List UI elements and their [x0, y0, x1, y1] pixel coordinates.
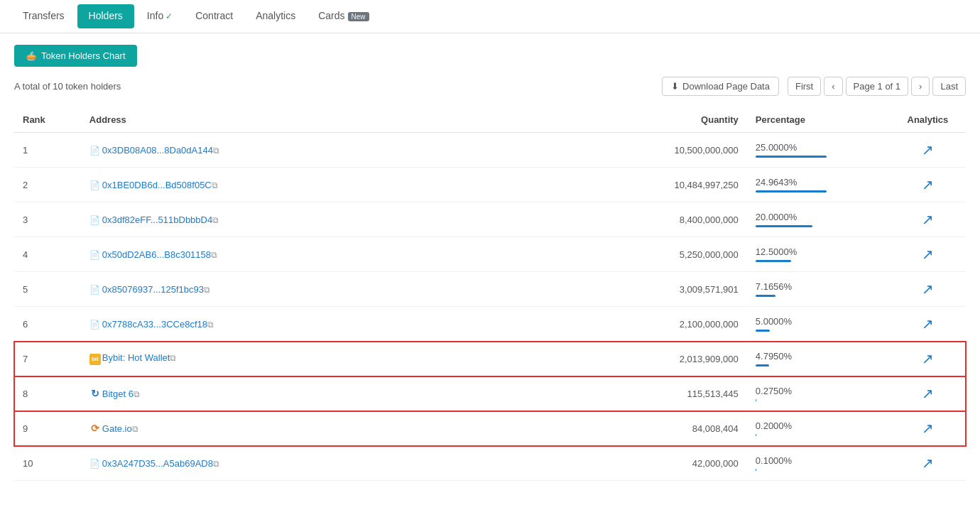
copy-icon[interactable]: ⧉ [132, 424, 138, 434]
analytics-chart-icon[interactable]: ↗ [922, 142, 934, 158]
analytics-cell: ↗ [890, 237, 966, 272]
copy-icon[interactable]: ⧉ [213, 146, 219, 156]
analytics-cell: ↗ [890, 202, 966, 237]
document-icon: 📄 [89, 180, 100, 190]
copy-icon[interactable]: ⧉ [211, 250, 217, 260]
percentage-cell: 0.2000% [747, 411, 890, 446]
copy-icon[interactable]: ⧉ [134, 389, 140, 399]
rank-cell: 8 [14, 376, 81, 411]
address-link[interactable]: 0x3A247D35...A5ab69AD8 [102, 458, 213, 469]
percentage-bar [756, 295, 776, 297]
address-cell: 📄0x3df82eFF...511bDbbbD4⧉ [81, 202, 604, 237]
tab-contract[interactable]: Contract [184, 0, 244, 33]
new-badge: New [348, 12, 369, 21]
tab-transfers[interactable]: Transfers [11, 0, 76, 33]
percentage-text: 5.0000% [756, 316, 881, 327]
rank-cell: 3 [14, 202, 81, 237]
address-cell: 📄0x7788cA33...3CCe8cf18⧉ [81, 307, 604, 342]
rank-header: Rank [14, 107, 81, 133]
address-header: Address [81, 107, 604, 133]
quantity-cell: 3,009,571,901 [604, 272, 747, 307]
address-link[interactable]: Bybit: Hot Wallet [102, 352, 170, 363]
quantity-cell: 10,500,000,000 [604, 133, 747, 168]
copy-icon[interactable]: ⧉ [212, 180, 218, 190]
table-row: 3📄0x3df82eFF...511bDbbbD4⧉8,400,000,0002… [14, 202, 966, 237]
copy-icon[interactable]: ⧉ [204, 285, 210, 295]
prev-button[interactable]: ‹ [824, 77, 842, 96]
chart-icon: 🥧 [26, 50, 37, 61]
holders-table: Rank Address Quantity Percentage Analyti… [14, 107, 966, 481]
quantity-cell: 2,100,000,000 [604, 307, 747, 342]
table-row: 6📄0x7788cA33...3CCe8cf18⧉2,100,000,0005.… [14, 307, 966, 342]
copy-icon[interactable]: ⧉ [212, 215, 219, 225]
analytics-chart-icon[interactable]: ↗ [922, 386, 934, 401]
quantity-cell: 42,000,000 [604, 446, 747, 481]
tab-analytics[interactable]: Analytics [244, 0, 307, 33]
analytics-cell: ↗ [890, 376, 966, 411]
table-row: 7bitBybit: Hot Wallet⧉2,013,909,0004.795… [14, 342, 966, 376]
address-link[interactable]: 0x7788cA33...3CCe8cf18 [102, 319, 207, 330]
tab-info[interactable]: Info✓ [136, 0, 184, 33]
address-link[interactable]: Gate.io [102, 423, 132, 434]
analytics-chart-icon[interactable]: ↗ [922, 351, 934, 366]
percentage-cell: 5.0000% [747, 307, 890, 342]
table-row: 5📄0x85076937...125f1bc93⧉3,009,571,9017.… [14, 272, 966, 307]
document-icon: 📄 [89, 459, 100, 469]
download-button[interactable]: ⬇ Download Page Data [662, 77, 779, 96]
next-button[interactable]: › [911, 77, 930, 96]
bybit-icon: bit [89, 354, 101, 365]
percentage-text: 4.7950% [756, 351, 881, 362]
tab-holders[interactable]: Holders [77, 4, 134, 28]
analytics-cell: ↗ [890, 307, 966, 342]
address-link[interactable]: 0x1BE0DB6d...Bd508f05C [102, 180, 212, 190]
copy-icon[interactable]: ⧉ [207, 320, 214, 330]
rank-cell: 6 [14, 307, 81, 342]
analytics-chart-icon[interactable]: ↗ [922, 177, 934, 192]
percentage-cell: 24.9643% [747, 168, 890, 202]
address-link[interactable]: 0x85076937...125f1bc93 [102, 284, 204, 295]
table-row: 2📄0x1BE0DB6d...Bd508f05C⧉10,484,997,2502… [14, 168, 966, 202]
analytics-cell: ↗ [890, 342, 966, 376]
address-link[interactable]: 0x3DB08A08...8Da0dA144 [102, 145, 213, 156]
percentage-cell: 20.0000% [747, 202, 890, 237]
percentage-text: 0.1000% [756, 455, 881, 466]
address-cell: 📄0x1BE0DB6d...Bd508f05C⧉ [81, 168, 604, 202]
table-row: 1📄0x3DB08A08...8Da0dA144⧉10,500,000,0002… [14, 133, 966, 168]
bitget-icon: ↻ [89, 388, 101, 399]
token-holders-chart-button[interactable]: 🥧 Token Holders Chart [14, 45, 137, 67]
address-link[interactable]: 0x3df82eFF...511bDbbbD4 [102, 215, 212, 225]
analytics-chart-icon[interactable]: ↗ [922, 281, 934, 297]
first-button[interactable]: First [788, 77, 821, 96]
quantity-cell: 5,250,000,000 [604, 237, 747, 272]
rank-cell: 4 [14, 237, 81, 272]
address-link[interactable]: Bitget 6 [102, 389, 134, 399]
address-cell: 📄0x50dD2AB6...B8c301158⧉ [81, 237, 604, 272]
document-icon: 📄 [89, 285, 100, 295]
rank-cell: 9 [14, 411, 81, 446]
percentage-bar [756, 156, 827, 158]
percentage-cell: 25.0000% [747, 133, 890, 168]
quantity-cell: 8,400,000,000 [604, 202, 747, 237]
address-link[interactable]: 0x50dD2AB6...B8c301158 [102, 249, 211, 260]
tab-bar: TransfersHoldersInfo✓ContractAnalyticsCa… [0, 0, 980, 33]
analytics-chart-icon[interactable]: ↗ [922, 246, 934, 262]
percentage-cell: 7.1656% [747, 272, 890, 307]
last-button[interactable]: Last [932, 77, 966, 96]
copy-icon[interactable]: ⧉ [170, 353, 176, 363]
analytics-chart-icon[interactable]: ↗ [922, 420, 934, 436]
summary-text: A total of 10 token holders [14, 81, 121, 92]
percentage-bar [756, 434, 756, 436]
analytics-cell: ↗ [890, 133, 966, 168]
address-cell: 📄0x3DB08A08...8Da0dA144⧉ [81, 133, 604, 168]
page-info: Page 1 of 1 [846, 77, 909, 96]
analytics-chart-icon[interactable]: ↗ [922, 316, 934, 332]
table-row: 10📄0x3A247D35...A5ab69AD8⧉42,000,0000.10… [14, 446, 966, 481]
copy-icon[interactable]: ⧉ [213, 459, 219, 469]
analytics-chart-icon[interactable]: ↗ [922, 455, 934, 471]
analytics-chart-icon[interactable]: ↗ [922, 212, 934, 227]
percentage-cell: 0.1000% [747, 446, 890, 481]
rank-cell: 2 [14, 168, 81, 202]
pagination: ⬇ Download Page Data First ‹ Page 1 of 1… [662, 77, 966, 96]
tab-cards[interactable]: CardsNew [307, 0, 380, 33]
table-row: 8↻Bitget 6⧉115,513,4450.2750%↗ [14, 376, 966, 411]
